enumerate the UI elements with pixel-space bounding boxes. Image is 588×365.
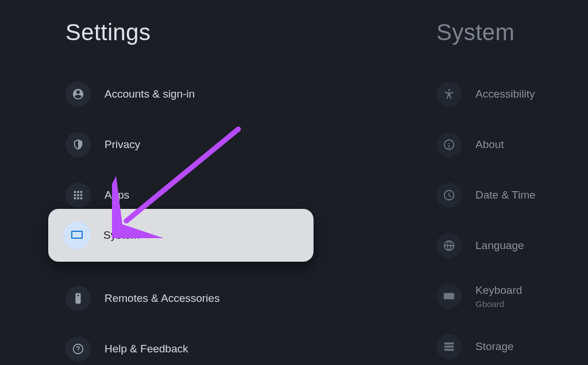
- remote-icon: [65, 286, 91, 311]
- menu-item-label: Accounts & sign-in: [105, 88, 195, 100]
- menu-item-remotes[interactable]: Remotes & Accessories: [65, 273, 312, 324]
- system-item-label: Accessibility: [475, 88, 535, 100]
- system-item-label: Storage: [475, 340, 514, 353]
- system-menu: Accessibility About Date & Time Language: [436, 69, 588, 365]
- system-item-datetime[interactable]: Date & Time: [436, 170, 588, 220]
- keyboard-icon: [436, 284, 462, 309]
- shield-icon: [65, 132, 91, 157]
- system-icon: [63, 222, 91, 249]
- globe-icon: [436, 233, 462, 258]
- storage-icon: [436, 334, 462, 359]
- system-item-language[interactable]: Language: [436, 220, 588, 271]
- help-icon: [65, 336, 91, 362]
- clock-icon: [436, 182, 462, 208]
- account-icon: [65, 81, 91, 107]
- system-item-label: About: [475, 138, 504, 151]
- system-pane: System Accessibility About Date & Time L…: [436, 0, 588, 365]
- menu-item-privacy[interactable]: Privacy: [65, 119, 312, 170]
- settings-pane: Settings Accounts & sign-in Privacy Apps: [0, 0, 322, 365]
- system-item-accessibility[interactable]: Accessibility: [436, 69, 588, 119]
- apps-icon: [65, 182, 91, 208]
- menu-item-label: Help & Feedback: [105, 343, 188, 355]
- accessibility-icon: [436, 81, 462, 107]
- menu-item-label: System: [103, 229, 140, 242]
- system-item-about[interactable]: About: [436, 119, 588, 170]
- menu-item-label: Apps: [105, 189, 129, 201]
- system-item-storage[interactable]: Storage: [436, 321, 588, 365]
- system-item-label: Keyboard: [475, 284, 522, 297]
- menu-item-accounts[interactable]: Accounts & sign-in: [65, 69, 312, 119]
- page-title: Settings: [65, 20, 151, 45]
- menu-item-label: Privacy: [105, 138, 140, 151]
- system-item-label: Language: [475, 239, 524, 252]
- info-icon: [436, 132, 462, 157]
- system-item-sublabel: Gboard: [475, 299, 522, 309]
- system-item-keyboard[interactable]: Keyboard Gboard: [436, 271, 588, 321]
- system-title: System: [436, 20, 514, 45]
- menu-item-system-selected[interactable]: System: [48, 209, 314, 262]
- system-item-text: Keyboard Gboard: [475, 284, 522, 309]
- menu-item-label: Remotes & Accessories: [105, 292, 220, 305]
- system-item-label: Date & Time: [475, 189, 536, 201]
- menu-item-help[interactable]: Help & Feedback: [65, 324, 312, 365]
